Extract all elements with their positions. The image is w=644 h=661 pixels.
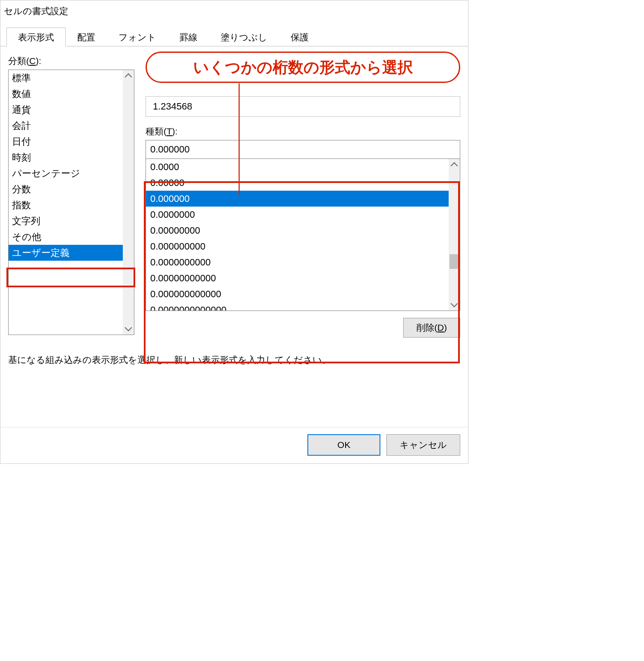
content-area: 分類(C): 標準 数値 通貨 会計 日付 時刻 パーセンテージ 分数 指数 文…: [0, 46, 468, 371]
title-bar: セルの書式設定: [0, 0, 468, 22]
annotation-callout: いくつかの桁数の形式から選択: [146, 52, 460, 83]
category-item-time[interactable]: 時刻: [9, 149, 134, 165]
cancel-button[interactable]: キャンセル: [386, 434, 460, 456]
tab-protection[interactable]: 保護: [279, 27, 320, 46]
type-listbox[interactable]: 0.0000 0.00000 0.000000 0.0000000 0.0000…: [146, 159, 460, 311]
scroll-up-icon[interactable]: [449, 159, 460, 170]
scroll-down-icon[interactable]: [449, 299, 460, 311]
category-listbox[interactable]: 標準 数値 通貨 会計 日付 時刻 パーセンテージ 分数 指数 文字列 その他 …: [8, 70, 134, 335]
category-item-scientific[interactable]: 指数: [9, 197, 134, 213]
category-item-number[interactable]: 数値: [9, 86, 134, 102]
tab-font[interactable]: フォント: [107, 27, 168, 46]
type-item[interactable]: 0.0000000: [146, 207, 449, 222]
tab-alignment[interactable]: 配置: [66, 27, 107, 46]
category-column: 分類(C): 標準 数値 通貨 会計 日付 時刻 パーセンテージ 分数 指数 文…: [8, 55, 134, 338]
category-item-special[interactable]: その他: [9, 229, 134, 245]
type-item[interactable]: 0.00000000: [146, 222, 449, 238]
type-item[interactable]: 0.000000000: [146, 238, 449, 254]
category-item-percentage[interactable]: パーセンテージ: [9, 165, 134, 181]
title-controls: [438, 6, 465, 17]
dialog-title: セルの書式設定: [4, 5, 68, 17]
annotation-callout-text: いくつかの桁数の形式から選択: [159, 57, 447, 78]
tab-fill[interactable]: 塗りつぶし: [209, 27, 279, 46]
type-item[interactable]: 0.00000000000: [146, 270, 449, 286]
category-item-custom[interactable]: ユーザー定義: [9, 245, 134, 261]
type-item[interactable]: 0.00000: [146, 175, 449, 191]
type-item[interactable]: 0.0000000000000: [146, 302, 449, 311]
format-cells-dialog: セルの書式設定 表示形式 配置 フォント 罫線 塗りつぶし 保護 分類(C):: [0, 0, 468, 464]
ok-button[interactable]: OK: [307, 434, 380, 456]
category-item-text[interactable]: 文字列: [9, 213, 134, 229]
type-item[interactable]: 0.000000000000: [146, 286, 449, 302]
sample-value: 1.234568: [153, 101, 192, 112]
tab-number-format[interactable]: 表示形式: [6, 27, 66, 46]
type-item[interactable]: 0.0000: [146, 159, 449, 175]
scroll-thumb[interactable]: [450, 254, 459, 269]
scroll-down-icon[interactable]: [123, 323, 134, 335]
tab-strip: 表示形式 配置 フォント 罫線 塗りつぶし 保護: [0, 22, 468, 46]
type-label: 種類(T):: [146, 125, 460, 137]
category-scrollbar[interactable]: [123, 70, 134, 335]
category-item-general[interactable]: 標準: [9, 70, 134, 86]
tab-border[interactable]: 罫線: [168, 27, 209, 46]
dialog-footer: OK キャンセル: [0, 427, 468, 463]
category-label: 分類(C):: [8, 55, 134, 67]
instruction-text: 基になる組み込みの表示形式を選択し、新しい表示形式を入力してください。: [8, 354, 460, 366]
category-item-currency[interactable]: 通貨: [9, 102, 134, 118]
category-item-fraction[interactable]: 分数: [9, 181, 134, 197]
type-scrollbar[interactable]: [449, 159, 460, 311]
sample-preview: 1.234568: [146, 96, 460, 117]
scroll-up-icon[interactable]: [123, 70, 134, 81]
category-item-accounting[interactable]: 会計: [9, 118, 134, 134]
type-item[interactable]: 0.000000: [146, 191, 449, 207]
type-format-input[interactable]: [146, 140, 460, 159]
detail-column: いくつかの桁数の形式から選択 1.234568 種類(T):: [146, 55, 460, 338]
type-item[interactable]: 0.0000000000: [146, 254, 449, 270]
delete-button[interactable]: 削除(D): [403, 318, 460, 338]
category-item-date[interactable]: 日付: [9, 134, 134, 149]
